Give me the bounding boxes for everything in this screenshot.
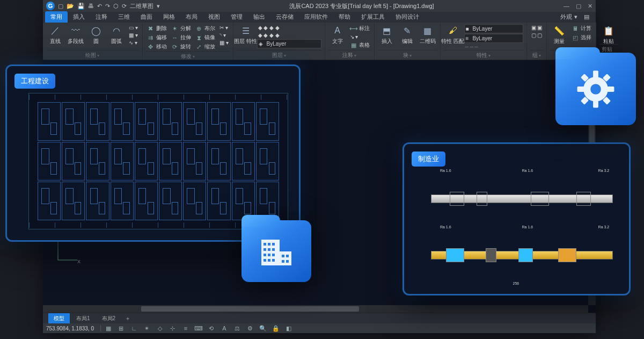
array-icon[interactable]: ▦ ▾ [218, 39, 230, 46]
match-props-button[interactable]: 🖌特性 匹配 [444, 24, 462, 44]
osnap-icon[interactable]: ◇ [155, 324, 165, 332]
tab-model[interactable]: 模型 [48, 313, 70, 324]
trim-icon[interactable]: ✂ ▾ [218, 24, 230, 31]
text-button[interactable]: A文字 [328, 24, 347, 44]
fillet-icon[interactable]: ◝ ▾ [218, 32, 230, 39]
scale-button[interactable]: ⤢缩放 [194, 42, 216, 51]
ribbon-tab-annotate[interactable]: 注释 [90, 11, 113, 23]
edit-block-button[interactable]: ✎编辑 [398, 24, 416, 44]
options-icon[interactable]: ▤ [584, 13, 589, 20]
horizontal-scrollbar[interactable] [43, 305, 588, 313]
otrack-icon[interactable]: ⊹ [167, 324, 178, 332]
dim-button[interactable]: ⟷标注 [349, 24, 371, 33]
dyn-icon[interactable]: ⌨ [193, 324, 204, 332]
ribbon-tab-ext[interactable]: 扩展工具 [356, 11, 390, 23]
layer-props-button[interactable]: ☰图层 特性 [237, 24, 255, 44]
paste-button[interactable]: 📋粘贴 [599, 24, 618, 44]
ortho-icon[interactable]: ∟ [129, 324, 140, 332]
ribbon-tab-surface[interactable]: 曲面 [135, 11, 158, 23]
text-icon: A [331, 24, 344, 37]
lock-icon[interactable]: 🔒 [270, 324, 281, 332]
grid-icon[interactable]: ⊞ [116, 324, 127, 332]
rotate-button[interactable]: ⟳旋转 [170, 42, 192, 51]
app-logo-icon: G [46, 2, 55, 10]
layer-tool-icon[interactable]: ◆ ◆ ◆ ◆ [257, 32, 321, 39]
hatch-icon[interactable]: ▦ ▾ [128, 32, 139, 39]
ribbon-tab-3d[interactable]: 三维 [113, 11, 135, 23]
ungroup-icon[interactable]: ▢ ▢ [530, 32, 544, 39]
snap-grid-icon[interactable]: ▦ [103, 324, 114, 332]
stretch-button[interactable]: ↔拉伸 [170, 33, 192, 42]
maximize-icon[interactable]: ▢ [576, 3, 581, 10]
tab-layout1[interactable]: 布局1 [71, 313, 96, 324]
tab-layout2[interactable]: 布局2 [97, 313, 121, 324]
select-button[interactable]: ◰选择 [570, 33, 592, 42]
ribbon-tab-collab[interactable]: 协同设计 [390, 11, 425, 23]
group-icon[interactable]: ▣ ▣ [530, 24, 544, 31]
new-icon[interactable]: ▢ [58, 3, 63, 10]
scale-icon[interactable]: ⚖ [232, 324, 243, 332]
table-button[interactable]: ▦表格 [349, 41, 371, 49]
close-icon[interactable]: ✕ [588, 3, 592, 10]
polar-icon[interactable]: ✴ [142, 324, 152, 332]
explode-button[interactable]: ✶分解 [170, 24, 192, 33]
print-icon[interactable]: 🖶 [88, 3, 94, 9]
workspace-label[interactable]: 二维草图 [130, 2, 153, 10]
redo-icon[interactable]: ↷ [105, 3, 110, 10]
lw-combo[interactable]: ≡ ByLayer [464, 34, 523, 43]
svg-rect-8 [272, 243, 275, 246]
ribbon-tab-manage[interactable]: 管理 [225, 11, 248, 23]
boolean-button[interactable]: ⊕布尔 [194, 24, 216, 33]
cloud-icon[interactable]: ⬡ [113, 3, 119, 10]
save-icon[interactable]: 💾 [77, 3, 85, 10]
open-icon[interactable]: 📂 [67, 3, 74, 10]
ruler-icon: 📏 [553, 24, 566, 37]
iso-icon[interactable]: ◧ [283, 324, 294, 332]
mirror-button[interactable]: ⧗镜像 [194, 33, 216, 42]
anno-icon[interactable]: A [219, 324, 230, 332]
svg-rect-7 [268, 243, 270, 246]
undo-icon[interactable]: ↶ [97, 3, 102, 10]
move-button[interactable]: ✥移动 [146, 42, 168, 51]
ribbon-tab-apps[interactable]: 应用软件 [299, 11, 333, 23]
ribbon-tab-mesh[interactable]: 网格 [158, 11, 180, 23]
ribbon-tab-cloud[interactable]: 云存储 [270, 11, 299, 23]
ribbon-tab-layout[interactable]: 布局 [180, 11, 203, 23]
ribbon-tab-help[interactable]: 帮助 [333, 11, 356, 23]
ribbon-tab-appearance[interactable]: 外观▾ ▤ [556, 11, 594, 23]
minimize-icon[interactable]: — [564, 3, 569, 10]
measure-button[interactable]: 📏测量 [550, 24, 568, 44]
layer-tool-icon[interactable]: ◆ ◆ ◆ ◆ [257, 24, 321, 31]
ribbon-tab-home[interactable]: 常用 [45, 11, 68, 23]
add-tab-icon[interactable]: ＋ [122, 315, 134, 322]
polyline-button[interactable]: 〰多段线 [67, 24, 85, 44]
color-combo[interactable]: ■ ByLayer [464, 24, 523, 33]
mag-icon[interactable]: 🔍 [258, 324, 268, 332]
insert-button[interactable]: ⬒插入 [378, 24, 396, 44]
refresh-icon[interactable]: ⟳ [122, 3, 127, 10]
qr-button[interactable]: ▦二维码 [419, 24, 437, 44]
ribbon-group-layer: ☰图层 特性 ◆ ◆ ◆ ◆ ◆ ◆ ◆ ◆ ◈ ByLayer 图层 [233, 23, 325, 60]
line-button[interactable]: ／直线 [46, 24, 64, 44]
group-label: 注释 [328, 50, 371, 59]
calc-button[interactable]: 🖩计算 [570, 24, 592, 33]
scrollbar-thumb[interactable] [141, 306, 359, 312]
spline-icon[interactable]: ∿ ▾ [128, 39, 139, 46]
arc-button[interactable]: ◠圆弧 [107, 24, 126, 44]
svg-rect-10 [268, 248, 270, 251]
rect-icon[interactable]: ▭ ▾ [128, 24, 139, 31]
ws-icon[interactable]: ⚙ [245, 324, 255, 332]
svg-rect-26 [607, 86, 614, 92]
layer-combo[interactable]: ◈ ByLayer [257, 39, 321, 48]
cycle-icon[interactable]: ⟲ [206, 324, 217, 332]
ribbon-tab-view[interactable]: 视图 [203, 11, 225, 23]
circle-button[interactable]: ◯圆 [87, 24, 105, 44]
ribbon-tab-insert[interactable]: 插入 [68, 11, 90, 23]
lw-icon[interactable]: ≡ [180, 324, 191, 332]
offset-button[interactable]: ⇉偏移 [146, 33, 168, 42]
leader-icon[interactable]: ↘ ▾ [349, 33, 371, 40]
ribbon-tab-output[interactable]: 输出 [248, 11, 270, 23]
ltype-icon[interactable]: ─ ─ ─ [464, 44, 523, 50]
svg-rect-9 [264, 248, 266, 251]
delete-button[interactable]: ✖删除 [146, 24, 168, 33]
